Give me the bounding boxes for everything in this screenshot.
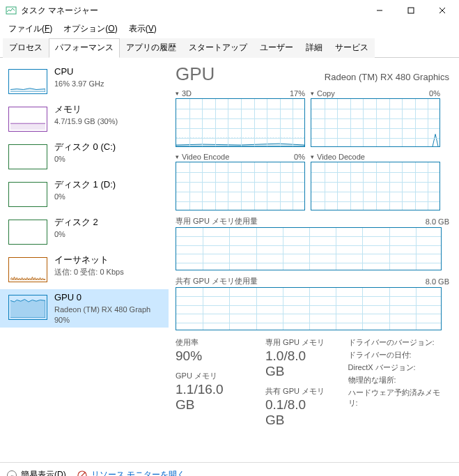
detail-title: GPU (176, 63, 215, 85)
stat-label: GPU メモリ (176, 371, 246, 381)
memory-chart-1: 共有 GPU メモリ使用量8.0 GB (176, 276, 449, 330)
sidebar-item-sub: 0% (54, 154, 116, 164)
chart-graph (176, 98, 305, 147)
stat-item: 使用率90% (176, 337, 246, 364)
stats-area: 使用率90%GPU メモリ1.1/16.0 GB 専用 GPU メモリ1.0/8… (176, 337, 449, 428)
sidebar-thumb (8, 107, 47, 132)
sidebar-thumb (8, 295, 47, 320)
engine-chart-1: ▾Copy0% (311, 89, 440, 147)
info-line: 物理的な場所: (348, 375, 450, 385)
tab-5[interactable]: 詳細 (299, 38, 329, 58)
detail-pane: GPU Radeon (TM) RX 480 Graphics ▾3D17%▾C… (169, 58, 459, 462)
tab-4[interactable]: ユーザー (254, 38, 299, 58)
chevron-down-icon: ⌄ (7, 470, 17, 477)
sidebar-item-title: ディスク 1 (D:) (54, 179, 116, 191)
chart-label[interactable]: 3D (182, 89, 192, 98)
sidebar-item-6[interactable]: GPU 0Radeon (TM) RX 480 Graph90% (0, 289, 169, 328)
sidebar-item-title: ディスク 2 (54, 217, 98, 229)
info-line: ドライバーのバージョン: (348, 337, 450, 348)
minimize-button[interactable] (364, 1, 395, 20)
stats-col-left: 使用率90%GPU メモリ1.1/16.0 GB (176, 337, 246, 428)
titlebar: タスク マネージャー (0, 0, 459, 21)
info-line: DirectX バージョン: (348, 362, 450, 373)
tab-1[interactable]: パフォーマンス (49, 38, 120, 58)
sidebar-thumb (8, 69, 47, 94)
bottom-bar: ⌄ 簡易表示(D) リソース モニターを開く (0, 462, 459, 476)
chevron-down-icon[interactable]: ▾ (176, 153, 179, 160)
svg-rect-2 (408, 8, 414, 13)
main-area: CPU16% 3.97 GHzメモリ4.7/15.9 GB (30%)ディスク … (0, 58, 459, 462)
fewer-details-button[interactable]: ⌄ 簡易表示(D) (7, 469, 66, 476)
chevron-down-icon[interactable]: ▾ (311, 153, 314, 160)
sidebar-item-title: イーサネット (54, 254, 124, 266)
sidebar-item-sub: 送信: 0 受信: 0 Kbps (54, 267, 124, 277)
tab-6[interactable]: サービス (329, 38, 375, 58)
chart-label[interactable]: Video Encode (182, 153, 229, 161)
sidebar-item-title: メモリ (54, 104, 118, 116)
stat-value: 0.1/8.0 GB (265, 397, 328, 428)
open-resource-monitor-button[interactable]: リソース モニターを開く (77, 469, 185, 476)
chart-max: 8.0 GB (426, 217, 449, 226)
stat-label: 専用 GPU メモリ (265, 337, 328, 348)
sidebar-item-2[interactable]: ディスク 0 (C:)0% (0, 139, 169, 176)
chart-pct: 0% (429, 89, 440, 98)
sidebar-item-sub: 16% 3.97 GHz (54, 79, 104, 89)
stat-item: 共有 GPU メモリ0.1/8.0 GB (265, 386, 328, 428)
sidebar-item-3[interactable]: ディスク 1 (D:)0% (0, 176, 169, 214)
sidebar-item-1[interactable]: メモリ4.7/15.9 GB (30%) (0, 101, 169, 139)
chevron-down-icon[interactable]: ▾ (311, 90, 314, 97)
svg-line-8 (79, 473, 85, 477)
info-line: ハードウェア予約済みメモリ: (348, 387, 450, 408)
chart-graph (176, 162, 305, 210)
chart-graph (176, 227, 442, 270)
sidebar-item-sub: 4.7/15.9 GB (30%) (54, 116, 118, 126)
info-line: ドライバーの日付: (348, 350, 450, 360)
engine-chart-3: ▾Video Decode (311, 153, 440, 210)
menu-view[interactable]: 表示(V) (123, 21, 162, 37)
maximize-button[interactable] (395, 1, 426, 20)
engine-charts: ▾3D17%▾Copy0%▾Video Encode0%▾Video Decod… (176, 89, 449, 210)
stat-label: 共有 GPU メモリ (265, 386, 328, 397)
chart-label: 共有 GPU メモリ使用量 (176, 276, 258, 286)
tab-0[interactable]: プロセス (3, 38, 49, 58)
menu-file[interactable]: ファイル(F) (3, 21, 58, 37)
detail-subtitle: Radeon (TM) RX 480 Graphics (325, 72, 449, 82)
chart-graph (311, 98, 440, 147)
sidebar-thumb (8, 257, 47, 282)
chart-pct: 0% (294, 153, 305, 161)
sidebar-thumb (8, 144, 47, 169)
sidebar-item-4[interactable]: ディスク 20% (0, 214, 169, 252)
sidebar-item-sub: Radeon (TM) RX 480 Graph (54, 305, 150, 314)
sidebar-item-5[interactable]: イーサネット送信: 0 受信: 0 Kbps (0, 252, 169, 289)
stat-item: GPU メモリ1.1/16.0 GB (176, 371, 246, 413)
chart-label[interactable]: Copy (317, 89, 335, 98)
sidebar: CPU16% 3.97 GHzメモリ4.7/15.9 GB (30%)ディスク … (0, 58, 169, 462)
chart-pct: 17% (290, 89, 305, 98)
chart-max: 8.0 GB (426, 277, 449, 286)
engine-chart-0: ▾3D17% (176, 89, 305, 147)
sidebar-item-0[interactable]: CPU16% 3.97 GHz (0, 63, 169, 101)
chart-graph (176, 287, 442, 330)
memory-chart-0: 専用 GPU メモリ使用量8.0 GB (176, 216, 449, 270)
tab-3[interactable]: スタートアップ (182, 38, 254, 58)
stat-value: 1.1/16.0 GB (176, 382, 246, 413)
sidebar-item-sub: 0% (54, 229, 98, 239)
sidebar-item-title: GPU 0 (54, 292, 150, 304)
tab-2[interactable]: アプリの履歴 (120, 38, 182, 58)
close-button[interactable] (426, 1, 458, 20)
chart-label: 専用 GPU メモリ使用量 (176, 216, 258, 227)
chevron-down-icon[interactable]: ▾ (176, 90, 179, 97)
svg-rect-5 (10, 123, 45, 130)
menu-options[interactable]: オプション(O) (58, 21, 123, 37)
sidebar-item-title: ディスク 0 (C:) (54, 141, 116, 153)
stats-col-mid: 専用 GPU メモリ1.0/8.0 GB共有 GPU メモリ0.1/8.0 GB (265, 337, 328, 428)
window-title: タスク マネージャー (21, 5, 98, 17)
stat-value: 90% (176, 348, 246, 364)
chart-label[interactable]: Video Decode (317, 153, 365, 161)
detail-header: GPU Radeon (TM) RX 480 Graphics (176, 63, 449, 85)
stat-item: 専用 GPU メモリ1.0/8.0 GB (265, 337, 328, 379)
stat-value: 1.0/8.0 GB (265, 348, 328, 379)
memory-charts: 専用 GPU メモリ使用量8.0 GB共有 GPU メモリ使用量8.0 GB (176, 216, 449, 330)
sidebar-item-sub: 0% (54, 192, 116, 201)
stat-label: 使用率 (176, 337, 246, 348)
